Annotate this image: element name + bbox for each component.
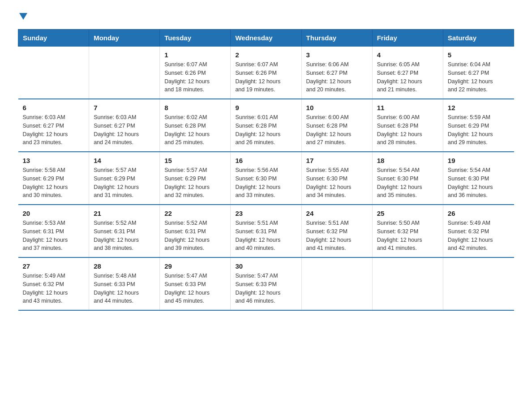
calendar-cell: 22Sunrise: 5:52 AM Sunset: 6:31 PM Dayli… (160, 205, 231, 257)
day-number: 5 (448, 51, 510, 59)
day-info: Sunrise: 6:03 AM Sunset: 6:27 PM Dayligh… (23, 113, 85, 147)
calendar-cell: 1Sunrise: 6:07 AM Sunset: 6:26 PM Daylig… (160, 47, 231, 99)
day-number: 27 (23, 262, 85, 270)
day-number: 19 (448, 157, 510, 164)
day-info: Sunrise: 5:48 AM Sunset: 6:33 PM Dayligh… (94, 272, 155, 305)
day-number: 16 (235, 157, 296, 164)
day-info: Sunrise: 5:53 AM Sunset: 6:31 PM Dayligh… (23, 219, 85, 253)
calendar-cell: 20Sunrise: 5:53 AM Sunset: 6:31 PM Dayli… (18, 205, 89, 257)
day-info: Sunrise: 5:54 AM Sunset: 6:30 PM Dayligh… (377, 166, 438, 200)
day-info: Sunrise: 5:49 AM Sunset: 6:32 PM Dayligh… (448, 219, 510, 253)
calendar-header-monday: Monday (89, 30, 160, 47)
calendar-table: SundayMondayTuesdayWednesdayThursdayFrid… (18, 29, 514, 311)
day-number: 8 (164, 104, 226, 111)
day-info: Sunrise: 6:02 AM Sunset: 6:28 PM Dayligh… (164, 113, 226, 147)
day-number: 14 (94, 157, 155, 164)
logo-triangle-icon (19, 13, 27, 20)
day-number: 21 (94, 210, 155, 217)
day-info: Sunrise: 6:07 AM Sunset: 6:26 PM Dayligh… (235, 60, 296, 94)
day-info: Sunrise: 5:47 AM Sunset: 6:33 PM Dayligh… (164, 272, 226, 305)
calendar-header-sunday: Sunday (18, 30, 89, 47)
calendar-cell: 6Sunrise: 6:03 AM Sunset: 6:27 PM Daylig… (18, 99, 89, 152)
calendar-cell: 17Sunrise: 5:55 AM Sunset: 6:30 PM Dayli… (301, 152, 372, 205)
calendar-cell: 11Sunrise: 6:00 AM Sunset: 6:28 PM Dayli… (372, 99, 443, 152)
day-info: Sunrise: 6:07 AM Sunset: 6:26 PM Dayligh… (164, 60, 226, 94)
day-info: Sunrise: 5:57 AM Sunset: 6:29 PM Dayligh… (94, 166, 155, 200)
calendar-header-tuesday: Tuesday (160, 30, 231, 47)
day-number: 11 (377, 104, 438, 111)
day-info: Sunrise: 6:00 AM Sunset: 6:28 PM Dayligh… (306, 113, 368, 147)
calendar-header-row: SundayMondayTuesdayWednesdayThursdayFrid… (18, 30, 514, 47)
calendar-cell: 18Sunrise: 5:54 AM Sunset: 6:30 PM Dayli… (372, 152, 443, 205)
day-info: Sunrise: 5:54 AM Sunset: 6:30 PM Dayligh… (448, 166, 510, 200)
day-info: Sunrise: 5:59 AM Sunset: 6:29 PM Dayligh… (448, 113, 510, 147)
day-number: 10 (306, 104, 368, 111)
day-number: 6 (23, 104, 85, 111)
day-number: 20 (23, 210, 85, 217)
day-number: 12 (448, 104, 510, 111)
day-number: 18 (377, 157, 438, 164)
day-number: 17 (306, 157, 368, 164)
calendar-week-row: 13Sunrise: 5:58 AM Sunset: 6:29 PM Dayli… (18, 152, 514, 205)
calendar-header-thursday: Thursday (301, 30, 372, 47)
calendar-cell: 23Sunrise: 5:51 AM Sunset: 6:31 PM Dayli… (231, 205, 301, 257)
calendar-cell: 15Sunrise: 5:57 AM Sunset: 6:29 PM Dayli… (160, 152, 231, 205)
calendar-cell: 9Sunrise: 6:01 AM Sunset: 6:28 PM Daylig… (231, 99, 301, 152)
calendar-cell: 8Sunrise: 6:02 AM Sunset: 6:28 PM Daylig… (160, 99, 231, 152)
calendar-cell: 16Sunrise: 5:56 AM Sunset: 6:30 PM Dayli… (231, 152, 301, 205)
day-info: Sunrise: 5:56 AM Sunset: 6:30 PM Dayligh… (235, 166, 296, 200)
day-number: 13 (23, 157, 85, 164)
calendar-cell: 4Sunrise: 6:05 AM Sunset: 6:27 PM Daylig… (372, 47, 443, 99)
day-info: Sunrise: 5:49 AM Sunset: 6:32 PM Dayligh… (23, 272, 85, 305)
day-info: Sunrise: 5:57 AM Sunset: 6:29 PM Dayligh… (164, 166, 226, 200)
calendar-cell: 30Sunrise: 5:47 AM Sunset: 6:33 PM Dayli… (231, 257, 301, 310)
calendar-cell: 29Sunrise: 5:47 AM Sunset: 6:33 PM Dayli… (160, 257, 231, 310)
day-number: 30 (235, 262, 296, 270)
calendar-cell: 13Sunrise: 5:58 AM Sunset: 6:29 PM Dayli… (18, 152, 89, 205)
day-number: 1 (164, 51, 226, 59)
calendar-week-row: 27Sunrise: 5:49 AM Sunset: 6:32 PM Dayli… (18, 257, 514, 310)
day-info: Sunrise: 6:05 AM Sunset: 6:27 PM Dayligh… (377, 60, 438, 94)
calendar-cell: 10Sunrise: 6:00 AM Sunset: 6:28 PM Dayli… (301, 99, 372, 152)
calendar-week-row: 20Sunrise: 5:53 AM Sunset: 6:31 PM Dayli… (18, 205, 514, 257)
calendar-cell: 21Sunrise: 5:52 AM Sunset: 6:31 PM Dayli… (89, 205, 160, 257)
day-info: Sunrise: 5:52 AM Sunset: 6:31 PM Dayligh… (94, 219, 155, 253)
day-number: 23 (235, 210, 296, 217)
day-info: Sunrise: 6:01 AM Sunset: 6:28 PM Dayligh… (235, 113, 296, 147)
day-info: Sunrise: 6:06 AM Sunset: 6:27 PM Dayligh… (306, 60, 368, 94)
calendar-cell: 14Sunrise: 5:57 AM Sunset: 6:29 PM Dayli… (89, 152, 160, 205)
calendar-cell: 5Sunrise: 6:04 AM Sunset: 6:27 PM Daylig… (443, 47, 514, 99)
calendar-cell: 27Sunrise: 5:49 AM Sunset: 6:32 PM Dayli… (18, 257, 89, 310)
calendar-header-friday: Friday (372, 30, 443, 47)
calendar-cell: 7Sunrise: 6:03 AM Sunset: 6:27 PM Daylig… (89, 99, 160, 152)
calendar-cell: 12Sunrise: 5:59 AM Sunset: 6:29 PM Dayli… (443, 99, 514, 152)
calendar-cell (443, 257, 514, 310)
day-number: 4 (377, 51, 438, 59)
calendar-cell: 26Sunrise: 5:49 AM Sunset: 6:32 PM Dayli… (443, 205, 514, 257)
day-info: Sunrise: 5:51 AM Sunset: 6:32 PM Dayligh… (306, 219, 368, 253)
day-info: Sunrise: 5:52 AM Sunset: 6:31 PM Dayligh… (164, 219, 226, 253)
calendar-cell: 28Sunrise: 5:48 AM Sunset: 6:33 PM Dayli… (89, 257, 160, 310)
page-header (18, 13, 514, 20)
day-info: Sunrise: 5:50 AM Sunset: 6:32 PM Dayligh… (377, 219, 438, 253)
day-info: Sunrise: 6:04 AM Sunset: 6:27 PM Dayligh… (448, 60, 510, 94)
day-number: 2 (235, 51, 296, 59)
calendar-week-row: 6Sunrise: 6:03 AM Sunset: 6:27 PM Daylig… (18, 99, 514, 152)
logo (18, 13, 27, 20)
calendar-cell: 2Sunrise: 6:07 AM Sunset: 6:26 PM Daylig… (231, 47, 301, 99)
calendar-cell: 19Sunrise: 5:54 AM Sunset: 6:30 PM Dayli… (443, 152, 514, 205)
calendar-cell (372, 257, 443, 310)
day-info: Sunrise: 5:51 AM Sunset: 6:31 PM Dayligh… (235, 219, 296, 253)
day-number: 7 (94, 104, 155, 111)
day-number: 24 (306, 210, 368, 217)
calendar-cell (89, 47, 160, 99)
day-number: 9 (235, 104, 296, 111)
calendar-week-row: 1Sunrise: 6:07 AM Sunset: 6:26 PM Daylig… (18, 47, 514, 99)
calendar-cell: 25Sunrise: 5:50 AM Sunset: 6:32 PM Dayli… (372, 205, 443, 257)
calendar-header-saturday: Saturday (443, 30, 514, 47)
day-number: 26 (448, 210, 510, 217)
day-number: 25 (377, 210, 438, 217)
calendar-cell (18, 47, 89, 99)
day-info: Sunrise: 6:00 AM Sunset: 6:28 PM Dayligh… (377, 113, 438, 147)
day-number: 28 (94, 262, 155, 270)
